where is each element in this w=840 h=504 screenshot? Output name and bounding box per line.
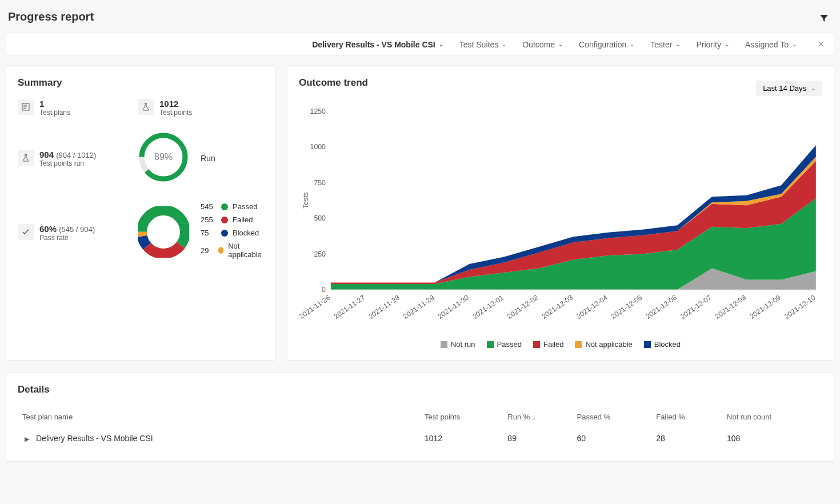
filter-priority-label: Priority: [696, 40, 721, 49]
svg-text:2021-11-26: 2021-11-26: [299, 293, 332, 321]
swatch-notrun: [441, 341, 447, 348]
col-notrun[interactable]: Not run count: [722, 407, 822, 427]
points-run-label: Test points run: [39, 159, 96, 167]
trend-title: Outcome trend: [299, 77, 368, 89]
swatch-blocked: [644, 341, 651, 348]
svg-text:2021-12-03: 2021-12-03: [541, 293, 575, 321]
points-run-count: 904 (904 / 1012): [39, 150, 96, 159]
filter-suites-label: Test Suites: [459, 40, 498, 49]
svg-text:Tests: Tests: [302, 192, 310, 209]
swatch-failed: [221, 217, 228, 223]
chevron-down-icon: ⌄: [439, 41, 443, 47]
sort-down-icon: ↓: [532, 413, 536, 421]
run-donut: 89%: [138, 131, 189, 185]
swatch-na: [575, 341, 582, 348]
summary-card: Summary 1 Test plans 1012 Test points: [6, 65, 275, 361]
swatch-failed: [533, 341, 540, 348]
test-plans-label: Test plans: [39, 109, 70, 117]
stat-test-points: 1012 Test points: [138, 99, 246, 117]
svg-text:2021-12-08: 2021-12-08: [714, 293, 748, 321]
col-passed[interactable]: Passed %: [573, 407, 652, 427]
trend-card: Outcome trend Last 14 Days ⌄ Tests 02505…: [287, 65, 834, 361]
filter-assigned-label: Assigned To: [745, 40, 789, 49]
svg-text:89%: 89%: [154, 152, 173, 162]
chevron-down-icon: ⌄: [792, 41, 797, 47]
svg-text:2021-12-07: 2021-12-07: [679, 293, 713, 321]
details-table: Test plan name Test points Run % ↓ Passe…: [18, 407, 822, 450]
table-row[interactable]: ▶Delivery Results - VS Mobile CSI1012896…: [18, 427, 822, 450]
summary-title: Summary: [18, 77, 263, 89]
test-plans-count: 1: [39, 99, 70, 109]
swatch-passed: [487, 341, 494, 348]
pass-legend: 545Passed 255Failed 75Blocked 29Not appl…: [201, 202, 266, 263]
svg-text:2021-12-02: 2021-12-02: [506, 293, 540, 321]
svg-text:500: 500: [314, 214, 326, 222]
svg-text:2021-11-27: 2021-11-27: [333, 293, 367, 321]
swatch-blocked: [221, 230, 228, 237]
chevron-down-icon: ⌄: [630, 41, 634, 47]
details-title: Details: [18, 384, 822, 395]
filter-assigned[interactable]: Assigned To ⌄: [745, 40, 797, 49]
svg-text:1000: 1000: [310, 143, 326, 151]
range-button[interactable]: Last 14 Days ⌄: [756, 81, 822, 96]
col-points[interactable]: Test points: [420, 407, 503, 427]
svg-text:2021-12-10: 2021-12-10: [783, 293, 817, 321]
check-icon: [18, 224, 34, 240]
svg-text:2021-12-01: 2021-12-01: [471, 293, 505, 321]
filter-plan[interactable]: Delivery Results - VS Mobile CSI ⌄: [312, 40, 443, 49]
filter-configuration[interactable]: Configuration ⌄: [579, 40, 634, 49]
test-points-count: 1012: [159, 99, 192, 109]
stat-pass-rate: 60% (545 / 904) Pass rate: [18, 224, 126, 242]
svg-text:2021-12-04: 2021-12-04: [575, 293, 609, 321]
close-icon[interactable]: ✕: [817, 39, 825, 50]
svg-text:750: 750: [314, 179, 326, 187]
pass-donut: [138, 206, 189, 260]
details-card: Details Test plan name Test points Run %…: [6, 372, 834, 462]
filter-icon[interactable]: [819, 14, 829, 25]
filter-configuration-label: Configuration: [579, 40, 626, 49]
svg-text:2021-12-06: 2021-12-06: [645, 293, 679, 321]
run-word: Run: [201, 154, 215, 163]
page-title: Progress report: [8, 10, 94, 23]
svg-text:2021-12-05: 2021-12-05: [610, 293, 644, 321]
range-label: Last 14 Days: [763, 84, 806, 93]
filter-tester-label: Tester: [650, 40, 672, 49]
chevron-down-icon: ⌄: [558, 41, 563, 47]
svg-text:2021-11-29: 2021-11-29: [402, 293, 436, 321]
svg-text:2021-12-09: 2021-12-09: [748, 293, 782, 321]
test-plan-icon: [18, 99, 34, 115]
swatch-na: [218, 247, 224, 254]
stat-test-plans: 1 Test plans: [18, 99, 126, 117]
test-points-label: Test points: [159, 109, 192, 117]
trend-chart: Tests 025050075010001250 2021-11-262021-…: [299, 105, 822, 334]
filter-plan-label: Delivery Results - VS Mobile CSI: [312, 40, 435, 49]
stat-points-run: 904 (904 / 1012) Test points run: [18, 150, 126, 167]
chevron-down-icon: ⌄: [502, 41, 506, 47]
svg-text:250: 250: [314, 250, 326, 258]
swatch-passed: [221, 203, 228, 210]
chevron-right-icon[interactable]: ▶: [25, 435, 29, 443]
chevron-down-icon: ⌄: [725, 41, 729, 47]
svg-text:1250: 1250: [310, 107, 326, 115]
filter-bar: Delivery Results - VS Mobile CSI ⌄ Test …: [6, 33, 834, 56]
filter-priority[interactable]: Priority ⌄: [696, 40, 729, 49]
filter-suites[interactable]: Test Suites ⌄: [459, 40, 506, 49]
filter-outcome-label: Outcome: [522, 40, 555, 49]
svg-text:0: 0: [322, 286, 326, 294]
pass-label: Pass rate: [39, 234, 95, 242]
col-run[interactable]: Run % ↓: [503, 407, 572, 427]
flask-icon: [18, 150, 34, 166]
filter-outcome[interactable]: Outcome ⌄: [522, 40, 563, 49]
filter-tester[interactable]: Tester ⌄: [650, 40, 680, 49]
flask-icon: [138, 99, 154, 115]
col-failed[interactable]: Failed %: [651, 407, 722, 427]
svg-text:2021-11-28: 2021-11-28: [367, 293, 401, 321]
chevron-down-icon: ⌄: [675, 41, 680, 47]
trend-legend: Not run Passed Failed Not applicable Blo…: [299, 340, 822, 349]
svg-text:2021-11-30: 2021-11-30: [437, 293, 471, 321]
col-plan[interactable]: Test plan name: [18, 407, 420, 427]
chevron-down-icon: ⌄: [811, 85, 815, 91]
pass-pct: 60% (545 / 904): [39, 224, 95, 234]
